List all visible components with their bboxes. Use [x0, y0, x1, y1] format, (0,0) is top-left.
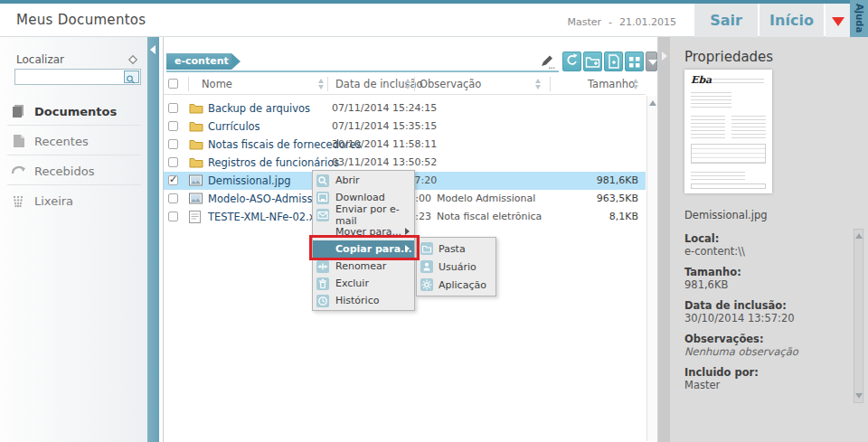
file-name[interactable]: Registros de funcionários [208, 154, 339, 172]
menu-item-excluir[interactable]: Excluir [313, 275, 414, 292]
sort-data-icon[interactable] [405, 79, 411, 89]
history-clock-icon [316, 295, 329, 307]
file-date: 30/10/2014 11:58:11 [332, 136, 431, 154]
grid-view-icon [626, 52, 643, 71]
menu-item-enviar-email[interactable]: Enviar por e-mail [313, 206, 414, 223]
xml-file-icon [189, 211, 201, 226]
context-submenu: Pasta Usuário Aplicação [416, 237, 496, 296]
properties-filename: Demissional.jpg [684, 209, 768, 221]
sidebar-item-label: Lixeira [34, 194, 73, 208]
magnifier-icon [125, 74, 137, 85]
table-row[interactable]: Backup de arquivos 07/11/2014 15:24:15 [164, 99, 646, 118]
file-name[interactable]: Currículos [208, 118, 260, 136]
magnifier-icon [316, 174, 329, 187]
menu-item-abrir[interactable]: Abrir [313, 172, 414, 189]
row-checkbox[interactable] [168, 157, 178, 167]
sidebar-item-lixeira[interactable]: Lixeira [7, 187, 141, 215]
properties-panel: Propriedades Eba Demissional.jpg Local: … [670, 37, 868, 442]
refresh-button[interactable] [562, 52, 581, 71]
sidebar-item-recentes[interactable]: Recentes [7, 127, 141, 155]
image-file-icon [189, 174, 203, 189]
table-row[interactable]: Currículos 07/11/2014 15:35:15 [164, 118, 646, 136]
recent-file-icon [11, 133, 27, 153]
sair-button[interactable]: Sair [694, 4, 758, 37]
scroll-up-icon[interactable] [649, 100, 656, 106]
table-row[interactable]: Registros de funcionários 03/11/2014 13:… [164, 154, 646, 172]
more-options-button[interactable] [646, 52, 657, 71]
column-tamanho[interactable]: Tamanho [588, 78, 635, 90]
edit-pencil-icon[interactable] [539, 53, 555, 70]
trash-basket-icon [11, 193, 27, 212]
inicio-button[interactable]: Início [760, 4, 824, 37]
context-menu: Abrir Download Enviar por e-mail Mover p… [312, 170, 415, 311]
row-checkbox[interactable] [168, 103, 178, 113]
user-icon [420, 260, 433, 273]
refresh-icon [563, 52, 580, 71]
submenu-item-aplicacao[interactable]: Aplicação [417, 276, 495, 294]
sort-nome-icon[interactable] [318, 79, 325, 89]
download-icon [316, 192, 329, 204]
menu-item-label: Mover para... [335, 226, 401, 238]
menu-item-label: Download [335, 192, 385, 203]
sidebar-item-label: Recebidos [34, 165, 94, 178]
file-size: 963,5KB [566, 190, 638, 208]
file-size: 981,6KB [566, 172, 638, 190]
add-document-button[interactable] [604, 52, 623, 71]
file-name[interactable]: TESTE-XML-NFe-02.xml [208, 208, 328, 226]
user-separator: - [609, 16, 612, 28]
clear-search-icon[interactable] [127, 52, 139, 65]
file-list-scrollbar[interactable] [646, 96, 657, 441]
prop-value-tamanho: 981,6KB [684, 278, 728, 291]
folder-icon [189, 156, 203, 171]
search-input[interactable] [16, 71, 123, 83]
row-checkbox[interactable] [168, 139, 178, 149]
scroll-down-icon[interactable] [855, 393, 863, 399]
thumbnail-logo: Eba [691, 74, 712, 86]
row-checkbox[interactable] [168, 193, 178, 203]
submenu-item-pasta[interactable]: Pasta [417, 240, 495, 258]
received-arrow-icon [11, 163, 27, 181]
sidebar-item-recebidos[interactable]: Recebidos [7, 157, 141, 185]
search-button[interactable] [124, 71, 139, 83]
column-nome[interactable]: Nome [202, 78, 232, 90]
spacer [316, 243, 329, 256]
file-name[interactable]: Backup de arquivos [208, 99, 310, 118]
red-dropdown-button[interactable] [826, 4, 850, 37]
submenu-arrow-icon [405, 228, 410, 235]
sidebar-item-documentos[interactable]: Documentos [7, 98, 141, 126]
menu-item-label: Copiar para... [335, 243, 412, 255]
grid-view-button[interactable] [625, 52, 644, 71]
menu-item-mover-para[interactable]: Mover para... [313, 223, 414, 240]
column-observacao[interactable]: Observação [420, 78, 481, 90]
row-checkbox[interactable] [168, 121, 178, 131]
row-checkbox[interactable] [168, 212, 178, 221]
select-all-checkbox[interactable] [168, 79, 178, 89]
ajuda-tab[interactable]: Ajuda [850, 0, 868, 37]
file-date: 03/11/2014 13:50:52 [332, 154, 431, 172]
row-checkbox[interactable] [168, 175, 178, 185]
prop-value-local: e-content:\\ [684, 245, 745, 258]
prop-value-data-inclusao: 30/10/2014 13:57:20 [684, 312, 795, 324]
submenu-item-usuario[interactable]: Usuário [417, 258, 495, 276]
dropdown-arrow-icon [648, 60, 657, 65]
add-document-icon [605, 52, 622, 71]
properties-scrollbar[interactable] [854, 229, 863, 403]
user-name: Master [567, 16, 601, 28]
scroll-up-icon[interactable] [855, 233, 863, 239]
properties-collapse-strip[interactable] [658, 37, 670, 442]
sort-observacao-icon[interactable] [535, 79, 542, 89]
breadcrumb[interactable]: e-content [166, 53, 231, 70]
sidebar-collapse-strip[interactable] [147, 37, 159, 442]
prop-value-incluido-por: Master [684, 379, 720, 391]
menu-item-historico[interactable]: Histórico [313, 292, 414, 309]
add-folder-button[interactable] [583, 52, 602, 71]
sort-tamanho-icon[interactable] [633, 79, 639, 89]
table-header: Nome Data de inclusão Observação Tamanho [164, 74, 646, 95]
menu-item-copiar-para[interactable]: Copiar para... [313, 240, 414, 258]
file-name[interactable]: Demissional.jpg [208, 172, 291, 190]
properties-title: Propriedades [684, 49, 773, 65]
table-row[interactable]: Notas fiscais de fornecedores 30/10/2014… [164, 136, 646, 154]
menu-item-renomear[interactable]: Renomear [313, 258, 414, 275]
submenu-arrow-icon [405, 245, 410, 252]
documents-stack-icon [11, 103, 27, 123]
